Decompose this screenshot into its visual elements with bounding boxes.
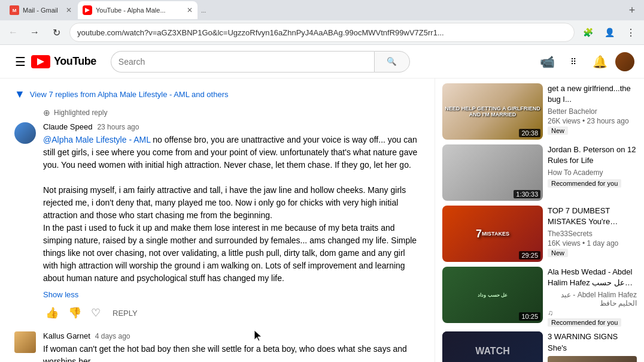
dislike-btn-main[interactable]: 👎 [66, 304, 84, 322]
yt-logo-text: YouTube [54, 55, 96, 68]
browser-tab-1[interactable]: M Mail - Gmail ✕ [5, 1, 77, 19]
comment-2-header: Kallus Garnet 4 days ago [43, 331, 420, 340]
main-comment-author[interactable]: Claude Speed [43, 122, 92, 131]
yt-logo-icon [31, 55, 50, 68]
bell-btn[interactable]: 🔔 [589, 51, 610, 73]
video-meta-3: 16K views • 1 day ago [548, 239, 637, 248]
video-info-5: 3 WARNING SIGNS She's In studio [548, 331, 637, 362]
video-title-2: Jordan B. Peterson on 12 Rules for Life [548, 144, 637, 166]
browser-chrome: M Mail - Gmail ✕ YouTube - Alpha Male...… [0, 0, 644, 45]
browser-tab-2[interactable]: YouTube - Alpha Male... ✕ [78, 1, 198, 19]
new-tab-btn[interactable]: + [625, 3, 639, 17]
camera-icon: 📹 [540, 55, 555, 69]
sidebar-video-2[interactable]: 1:30:33 Jordan B. Peterson on 12 Rules f… [442, 144, 637, 201]
avatar[interactable] [615, 52, 634, 71]
video-info-3: TOP 7 DUMBEST MISTAKES You're Making Wit… [548, 206, 637, 262]
youtube-logo[interactable]: YouTube [31, 55, 96, 68]
main-comment-actions: 👍 👎 ♡ REPLY [43, 304, 420, 322]
main-content: ▼ View 7 replies from Alpha Male Lifesty… [0, 79, 644, 362]
video-duration-2: 1:30:33 [514, 190, 540, 198]
sidebar-video-4[interactable]: عل حسب وداد 10:25 Ala Hesb Wedad - Abdel… [442, 267, 637, 327]
refresh-btn[interactable]: ↻ [48, 24, 65, 41]
main-comment-avatar [14, 122, 36, 144]
video-channel-1: Better Bachelor [548, 107, 637, 116]
tab-title-2: YouTube - Alpha Male... [96, 7, 183, 14]
search-button[interactable]: 🔍 [374, 51, 410, 73]
browser-tab-extra[interactable]: ... [199, 6, 208, 15]
main-comment-header: Claude Speed 23 hours ago [43, 122, 420, 131]
search-input[interactable] [111, 51, 374, 73]
sidebar-video-5[interactable]: WATCH NBC NEWS LIVE LIVE STREAMING COVER… [442, 331, 637, 362]
comment-text-2: Not praising myself, i am fairly attract… [43, 185, 406, 220]
video-channel-3: The33Secrets [548, 230, 637, 238]
video-title-1: get a new girlfriend...the bug I... [548, 83, 637, 105]
url-text: youtube.com/watch?v=aGZ3XBNP1Go&lc=Ugzzo… [77, 28, 567, 37]
highlight-text: Highlighted reply [54, 108, 107, 117]
comment-mention[interactable]: @Alpha Male Lifestyle - AML [43, 135, 150, 144]
video-title-3: TOP 7 DUMBEST MISTAKES You're Making Wit… [548, 206, 637, 227]
apps-icon: ⠿ [570, 57, 576, 67]
video-badge-3: New [548, 249, 568, 257]
video-info-1: get a new girlfriend...the bug I... Bett… [548, 83, 637, 140]
main-comment-body: Claude Speed 23 hours ago @Alpha Male Li… [43, 122, 420, 322]
profile-btn[interactable]: 👤 [601, 24, 618, 41]
tab-favicon-1: M [10, 5, 19, 15]
video-duration-4: 10:25 [519, 312, 540, 321]
show-less-btn[interactable]: Show less [43, 290, 78, 299]
menu-icon-btn[interactable]: ☰ [10, 51, 31, 73]
extensions-btn[interactable]: 🧩 [579, 24, 596, 41]
video-title-5: 3 WARNING SIGNS She's [548, 331, 637, 353]
main-comment-time: 23 hours ago [97, 123, 139, 131]
sidebar-video-3[interactable]: 7MISTAKES 29:25 TOP 7 DUMBEST MISTAKES Y… [442, 206, 637, 262]
browser-nav: ← → ↻ youtube.com/watch?v=aGZ3XBNP1Go&lc… [0, 20, 644, 44]
apps-btn[interactable]: ⠿ [563, 51, 584, 73]
video-info-4: Ala Hesb Wedad - Abdel Halim Hafez عل حس… [548, 267, 637, 327]
comment-2-time: 4 days ago [95, 332, 130, 340]
video-thumb-3: 7MISTAKES 29:25 [442, 206, 543, 262]
thread-toggle[interactable]: ▼ View 7 replies from Alpha Male Lifesty… [14, 88, 420, 101]
header-actions: 📹 ⠿ 🔔 [536, 51, 634, 73]
back-btn[interactable]: ← [5, 24, 22, 41]
thread-toggle-text: View 7 replies from Alpha Male Lifestyle… [30, 90, 229, 99]
address-bar[interactable]: youtube.com/watch?v=aGZ3XBNP1Go&lc=Ugzzo… [69, 23, 575, 42]
search-container: 🔍 [111, 51, 410, 73]
video-meta-4: ♫ [548, 309, 637, 317]
like-icon-main: 👍 [45, 306, 59, 319]
heart-btn-main[interactable]: ♡ [89, 304, 103, 322]
sidebar-video-1[interactable]: NEED HELP GETTING A GIRLFRIENDAND I'M MA… [442, 83, 637, 140]
main-comment-text: @Alpha Male Lifestyle - AML no offense b… [43, 134, 420, 285]
comment-2-avatar [14, 331, 36, 353]
forward-btn[interactable]: → [26, 24, 43, 41]
video-title-4: Ala Hesb Wedad - Abdel Halim Hafez عل حس… [548, 267, 637, 288]
camera-btn[interactable]: 📹 [536, 51, 558, 73]
video-channel-2: How To Academy [548, 168, 637, 177]
search-icon: 🔍 [387, 57, 397, 66]
tab-title-1: Mail - Gmail [23, 7, 62, 14]
dislike-icon-main: 👎 [68, 306, 81, 319]
watch-text: WATCH [475, 346, 509, 357]
tab-favicon-2 [83, 5, 92, 15]
video-duration-3: 29:25 [519, 251, 540, 260]
hamburger-icon: ☰ [15, 55, 26, 69]
face-overlay: In studio [548, 356, 637, 362]
reply-btn-main[interactable]: REPLY [108, 306, 142, 320]
comment-text-3: In the past i used to fuck it up and mak… [43, 223, 417, 283]
video-info-2: Jordan B. Peterson on 12 Rules for Life … [548, 144, 637, 201]
comment-2-author[interactable]: Kallus Garnet [43, 331, 90, 340]
video-meta-1: 26K views • 23 hours ago [548, 117, 637, 125]
comments-section: ▼ View 7 replies from Alpha Male Lifesty… [0, 79, 435, 362]
browser-tabs: M Mail - Gmail ✕ YouTube - Alpha Male...… [0, 0, 644, 20]
video-badge-1: New [548, 126, 568, 135]
tab-close-2[interactable]: ✕ [187, 6, 193, 14]
video-channel-4: Abdel Halim Hafez - عبد الحليم حافظ [548, 291, 637, 307]
tab-close-1[interactable]: ✕ [66, 6, 72, 14]
like-btn-main[interactable]: 👍 [43, 304, 61, 322]
menu-btn[interactable]: ⋮ [622, 24, 639, 41]
bell-icon: 🔔 [593, 55, 607, 69]
highlight-icon: ⊕ [43, 108, 50, 117]
main-comment: Claude Speed 23 hours ago @Alpha Male Li… [14, 122, 420, 322]
thread-toggle-icon: ▼ [14, 88, 25, 101]
video-badge-2: Recommended for you [548, 179, 621, 188]
video-duration-1: 20:38 [519, 129, 540, 137]
heart-icon-main: ♡ [91, 306, 101, 319]
